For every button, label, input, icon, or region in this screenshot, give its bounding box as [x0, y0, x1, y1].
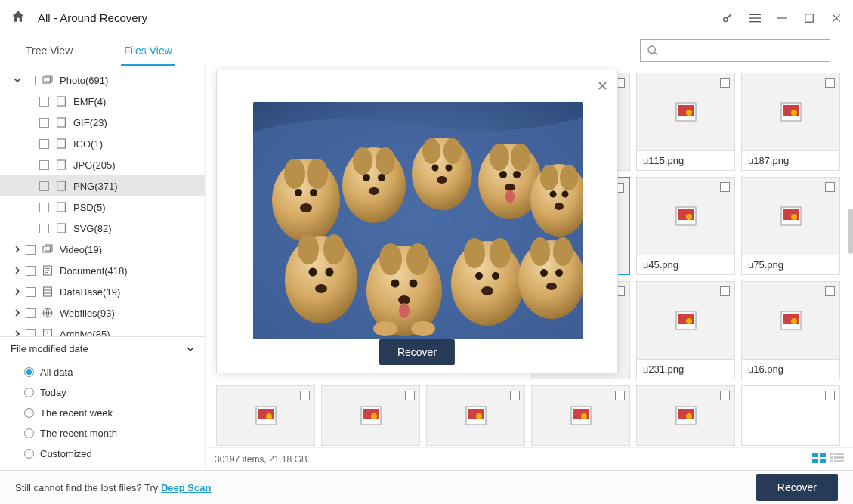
- scrollbar-thumb[interactable]: [848, 209, 853, 254]
- checkbox[interactable]: [26, 308, 36, 318]
- svg-rect-57: [812, 459, 818, 463]
- svg-point-96: [555, 203, 564, 210]
- svg-point-107: [410, 280, 418, 288]
- checkbox[interactable]: [39, 203, 49, 212]
- list-view-icon[interactable]: [830, 453, 844, 465]
- checkbox[interactable]: [825, 182, 835, 192]
- svg-rect-12: [57, 160, 66, 169]
- file-thumb[interactable]: [741, 385, 840, 446]
- checkbox[interactable]: [720, 391, 730, 400]
- radio[interactable]: [24, 388, 34, 397]
- file-thumb[interactable]: [531, 385, 630, 446]
- checkbox[interactable]: [300, 391, 310, 400]
- file-thumb[interactable]: [321, 385, 420, 446]
- tree-item-document[interactable]: Document(418): [0, 260, 205, 281]
- radio[interactable]: [24, 449, 34, 459]
- svg-rect-10: [57, 118, 66, 127]
- radio[interactable]: [24, 428, 34, 438]
- filter-header[interactable]: File modified date: [11, 343, 194, 354]
- svg-point-122: [555, 269, 563, 277]
- minimize-icon[interactable]: [776, 12, 788, 24]
- checkbox[interactable]: [720, 78, 730, 88]
- radio[interactable]: [24, 408, 34, 418]
- tree-item-video[interactable]: Video(19): [0, 239, 205, 260]
- checkbox[interactable]: [39, 160, 49, 170]
- checkbox[interactable]: [720, 182, 730, 192]
- checkbox[interactable]: [615, 391, 625, 400]
- tree-item-archive[interactable]: Archive(85): [0, 323, 205, 336]
- checkbox[interactable]: [720, 286, 730, 296]
- checkbox[interactable]: [26, 76, 36, 85]
- chevron-right-icon: [14, 309, 21, 317]
- radio-on[interactable]: [24, 367, 34, 377]
- svg-point-6: [648, 46, 655, 53]
- svg-point-81: [432, 165, 439, 172]
- deep-scan-link[interactable]: Deep Scan: [161, 482, 211, 493]
- svg-rect-64: [834, 460, 844, 462]
- checkbox[interactable]: [39, 97, 49, 107]
- maximize-icon[interactable]: [803, 12, 815, 24]
- svg-point-70: [310, 189, 317, 196]
- checkbox[interactable]: [39, 118, 49, 128]
- grid-view-icon[interactable]: [812, 453, 826, 465]
- svg-rect-56: [820, 453, 826, 457]
- checkbox[interactable]: [26, 266, 36, 276]
- filter-option-all[interactable]: All data: [11, 362, 194, 382]
- svg-point-45: [371, 413, 377, 419]
- checkbox[interactable]: [39, 224, 49, 233]
- checkbox[interactable]: [825, 286, 835, 296]
- close-preview-icon[interactable]: ✕: [597, 78, 608, 94]
- tree-item-emf[interactable]: EMF(4): [0, 91, 205, 112]
- filter-option-month[interactable]: The recent month: [11, 423, 194, 444]
- checkbox[interactable]: [39, 181, 49, 191]
- tree-item-jpg[interactable]: JPG(205): [0, 154, 205, 175]
- tree-item-database[interactable]: DataBase(19): [0, 281, 205, 302]
- search-input[interactable]: [663, 45, 824, 57]
- file-thumb[interactable]: [216, 385, 315, 446]
- svg-point-74: [376, 147, 395, 175]
- tree-item-png[interactable]: PNG(371): [0, 175, 205, 196]
- checkbox[interactable]: [26, 329, 36, 337]
- file-thumb[interactable]: u187.png: [741, 73, 840, 171]
- file-thumb[interactable]: u16.png: [741, 281, 840, 379]
- file-thumb[interactable]: u231.png: [636, 281, 735, 379]
- checkbox[interactable]: [510, 391, 520, 400]
- checkbox[interactable]: [405, 391, 415, 400]
- svg-point-99: [323, 234, 345, 264]
- tree-item-psd[interactable]: PSD(5): [0, 196, 205, 218]
- search-box[interactable]: [640, 39, 830, 62]
- svg-rect-14: [57, 203, 66, 212]
- tree-item-photo[interactable]: Photo(691): [0, 70, 205, 91]
- svg-rect-58: [820, 459, 826, 463]
- file-thumb[interactable]: u115.png: [636, 73, 735, 171]
- tab-tree-view[interactable]: Tree View: [23, 39, 76, 66]
- file-thumb[interactable]: [426, 385, 525, 446]
- tree-item-ico[interactable]: ICO(1): [0, 133, 205, 154]
- close-icon[interactable]: [830, 12, 842, 24]
- tree-item-gif[interactable]: GIF(23): [0, 112, 205, 133]
- file-thumb[interactable]: [636, 385, 735, 446]
- filter-option-today[interactable]: Today: [11, 382, 194, 403]
- preview-recover-button[interactable]: Recover: [379, 339, 455, 365]
- tab-files-view[interactable]: Files View: [121, 39, 175, 66]
- checkbox[interactable]: [39, 139, 49, 149]
- menu-icon[interactable]: [749, 12, 761, 24]
- checkbox[interactable]: [26, 245, 36, 255]
- key-icon[interactable]: [722, 12, 734, 24]
- chevron-right-icon: [14, 330, 21, 336]
- filter-option-custom[interactable]: Customized: [11, 444, 194, 464]
- filter-option-week[interactable]: The recent week: [11, 403, 194, 423]
- recover-button[interactable]: Recover: [756, 474, 838, 501]
- svg-point-106: [391, 280, 400, 288]
- checkbox[interactable]: [26, 287, 36, 297]
- checkbox[interactable]: [825, 78, 835, 88]
- svg-point-24: [686, 110, 692, 116]
- svg-point-109: [399, 303, 410, 318]
- checkbox[interactable]: [825, 391, 835, 400]
- file-thumb[interactable]: u75.png: [741, 177, 840, 275]
- home-icon[interactable]: [11, 9, 38, 26]
- tree-item-svg[interactable]: SVG(82): [0, 218, 205, 239]
- svg-point-33: [791, 214, 797, 220]
- file-thumb[interactable]: u45.png: [636, 177, 735, 275]
- tree-item-webfiles[interactable]: Webfiles(93): [0, 302, 205, 323]
